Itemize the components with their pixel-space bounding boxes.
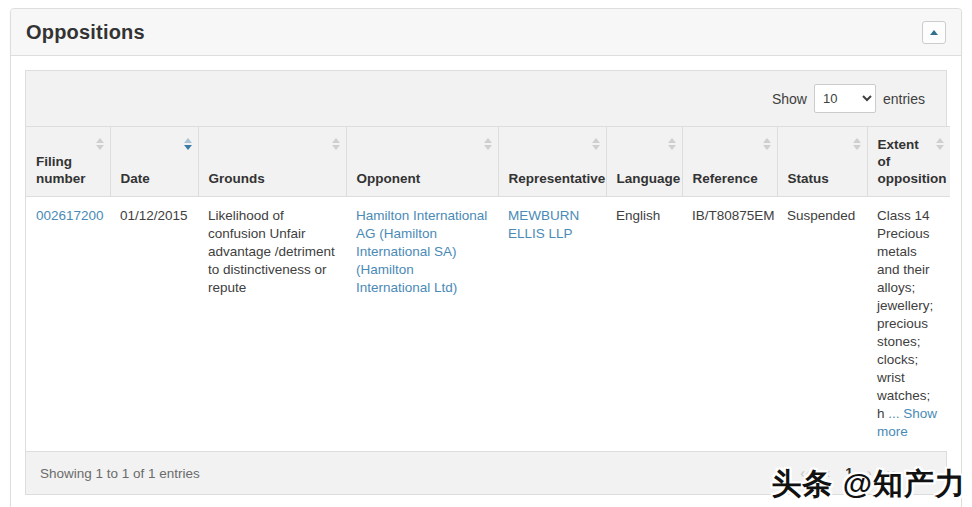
extent-text: Class 14 Precious metals and their alloy… [877,208,933,421]
sort-desc-icon [184,138,192,150]
collapse-panel-button[interactable] [922,21,946,44]
column-header-status[interactable]: Status [777,127,867,197]
column-header-representative[interactable]: Representative [498,127,606,197]
page-title: Oppositions [26,21,145,44]
show-more-link[interactable]: ... Show more [877,406,937,439]
entries-label: entries [883,91,925,107]
cell-date: 01/12/2015 [110,197,198,452]
column-header-grounds[interactable]: Grounds [198,127,346,197]
column-header-language[interactable]: Language [606,127,682,197]
sort-icon [96,138,104,150]
cell-extent-of-opposition: Class 14 Precious metals and their alloy… [867,197,950,452]
column-header-extent-of-opposition[interactable]: Extent of opposition [867,127,950,197]
table-header-row: Filing number Date Grounds Opponent [26,127,950,197]
panel-body: Show 10 entries Filing number [11,56,961,507]
panel-header: Oppositions [11,9,961,56]
table-row: 002617200 01/12/2015 Likelihood of confu… [26,197,950,452]
oppositions-table-widget: Show 10 entries Filing number [25,70,947,495]
sort-icon [936,138,944,150]
column-header-reference[interactable]: Reference [682,127,777,197]
cell-reference: IB/T80875EM [682,197,777,452]
sort-icon [853,138,861,150]
filing-number-link[interactable]: 002617200 [36,208,104,223]
showing-entries-text: Showing 1 to 1 of 1 entries [40,466,200,481]
sort-icon [332,138,340,150]
column-header-filing-number[interactable]: Filing number [26,127,110,197]
show-label: Show [772,91,807,107]
cell-status: Suspended [777,197,867,452]
column-header-opponent[interactable]: Opponent [346,127,498,197]
watermark: 头条 @知产力 [771,464,966,505]
cell-filing-number: 002617200 [26,197,110,452]
sort-icon [763,138,771,150]
chevron-up-icon [930,30,938,35]
opponent-link[interactable]: Hamilton International AG (Hamilton Inte… [356,208,487,295]
representative-link[interactable]: MEWBURN ELLIS LLP [508,208,579,241]
sort-icon [592,138,600,150]
page-size-select[interactable]: 10 [814,84,876,113]
cell-language: English [606,197,682,452]
table-toolbar: Show 10 entries [26,71,946,126]
cell-representative: MEWBURN ELLIS LLP [498,197,606,452]
cell-opponent: Hamilton International AG (Hamilton Inte… [346,197,498,452]
cell-grounds: Likelihood of confusion Unfair advantage… [198,197,346,452]
sort-icon [668,138,676,150]
column-header-date[interactable]: Date [110,127,198,197]
oppositions-table: Filing number Date Grounds Opponent [26,126,950,451]
sort-icon [484,138,492,150]
oppositions-panel: Oppositions Show 10 entries [10,8,962,507]
